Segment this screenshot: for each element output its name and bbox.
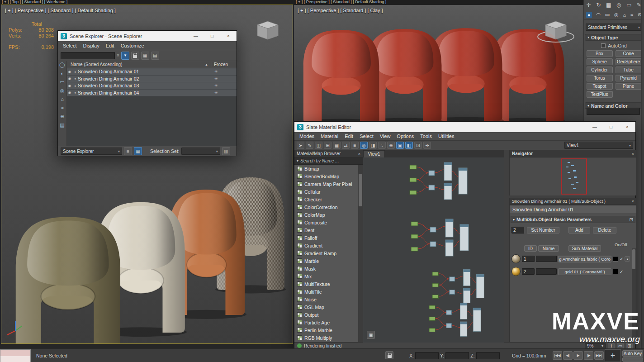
parameter-header[interactable]: Snowden Dining Armchair 01 ( Multi/Sub-O… — [510, 198, 636, 205]
frozen-column-header[interactable]: Frozen — [212, 62, 228, 67]
menu-view[interactable]: View — [377, 133, 394, 140]
filter-shapes-icon[interactable]: ▭ — [60, 79, 64, 85]
geosphere-button[interactable]: GeoSphere — [616, 58, 642, 65]
filter-geometry-icon[interactable]: ◐ — [61, 71, 64, 76]
layer-view-icon[interactable]: ▤ — [151, 52, 159, 60]
delete-button[interactable]: Delete — [593, 227, 616, 233]
map-item[interactable]: Composite — [294, 219, 363, 226]
box-button[interactable]: Box — [587, 50, 613, 57]
clay-armchair-01[interactable] — [302, 30, 381, 121]
filter-funnel-icon[interactable]: ▼ — [121, 52, 129, 60]
utilities-tab-icon[interactable]: ✎ — [637, 2, 641, 8]
delete-node-icon[interactable]: ⊞ — [324, 142, 331, 149]
next-frame-button[interactable]: |▶ — [584, 351, 593, 360]
add-layout-plus-button[interactable]: + — [605, 349, 621, 362]
map-item[interactable]: BlendedBoxMap — [294, 172, 363, 180]
minimize-button[interactable]: — — [188, 31, 204, 41]
scene-object-row[interactable]: ◉ ● Snowden Dining Armchair 04 ✳ — [67, 90, 237, 97]
menu-utilities[interactable]: Utilities — [435, 133, 457, 140]
modify-tab-icon[interactable]: ↻ — [596, 2, 601, 8]
zoom-extents-icon[interactable]: ⊡ — [414, 142, 422, 149]
map-item[interactable]: ColorCorrection — [294, 203, 363, 211]
material-preview-sphere[interactable] — [511, 254, 521, 263]
lock-icon[interactable] — [131, 52, 139, 60]
object-name-field[interactable] — [587, 108, 640, 115]
configure-columns-icon[interactable]: ▦ — [141, 52, 149, 60]
create-tab-icon[interactable]: ✛ — [587, 2, 591, 8]
navigator-map[interactable] — [510, 157, 636, 195]
map-item[interactable]: OSL Map — [294, 303, 363, 311]
lights-category-icon[interactable]: ▭ — [605, 12, 610, 18]
go-to-end-button[interactable]: ▶▶| — [594, 351, 604, 360]
tube-button[interactable]: Tube — [616, 67, 642, 73]
assign-material-icon[interactable]: ▦ — [333, 142, 341, 149]
frozen-snowflake-icon[interactable]: ✳ — [214, 83, 218, 88]
command-panel-tabs[interactable]: ✛ ↻ ▦ ◎ ▭ ✎ — [584, 0, 644, 10]
pan-view-icon[interactable]: ▣ — [367, 331, 375, 339]
active-view-dropdown[interactable]: View1 ▾ — [564, 142, 633, 149]
visibility-eye-icon[interactable]: ◉ — [67, 84, 72, 88]
browser-scrollbar[interactable] — [358, 165, 363, 342]
menu-edit[interactable]: Edit — [103, 42, 118, 49]
previous-frame-button[interactable]: ◀| — [563, 351, 573, 360]
map-item[interactable]: RGB Multiply — [294, 334, 363, 342]
map-item[interactable]: Falloff — [294, 234, 363, 242]
map-item[interactable]: Cellular — [294, 188, 363, 195]
edit-selection-set-icon[interactable]: ▥ — [222, 147, 230, 155]
add-button[interactable]: Add — [568, 227, 590, 233]
maximize-button[interactable]: □ — [603, 122, 619, 132]
go-to-start-button[interactable]: |◀◀ — [553, 351, 562, 360]
play-button[interactable]: ▶ — [573, 351, 583, 360]
object-type-rollout[interactable]: ▾ Object Type — [585, 34, 643, 41]
layout-all-icon[interactable]: ⊕ — [387, 142, 395, 149]
list-view-icon[interactable]: ≡ — [124, 147, 132, 155]
show-background-icon[interactable]: ◨ — [369, 142, 377, 149]
filter-all-icon[interactable]: ◯ — [59, 62, 65, 68]
filter-lights-icon[interactable]: ◎ — [60, 88, 65, 94]
panel-scrollbar[interactable] — [641, 0, 644, 348]
name-column-header[interactable]: Name (Sorted Ascending) — [67, 62, 123, 67]
menu-material[interactable]: Material — [317, 133, 341, 140]
show-shaded-in-viewport-icon[interactable]: ◎ — [360, 142, 368, 149]
scroll-up-icon[interactable]: ▲ — [625, 256, 630, 262]
menu-options[interactable]: Options — [393, 133, 417, 140]
visibility-eye-icon[interactable]: ◉ — [67, 76, 72, 81]
pin-icon[interactable]: ⊡ — [630, 217, 633, 222]
zoom-extents-icon[interactable]: ⊞ — [626, 343, 633, 349]
maxscript-mini-listener[interactable] — [0, 349, 31, 362]
pan-tool-icon[interactable]: ✛ — [423, 142, 431, 149]
close-panel-icon[interactable]: × — [632, 199, 634, 204]
selected-set-button[interactable] — [622, 357, 643, 362]
filter-groups-icon[interactable]: ▤ — [60, 122, 64, 128]
navigator-title[interactable]: Navigator × — [510, 150, 636, 157]
search-input[interactable] — [61, 52, 115, 59]
explorer-selector-dropdown[interactable]: Scene Explorer ▾ — [61, 148, 122, 155]
view-cube[interactable] — [536, 17, 575, 47]
menu-modes[interactable]: Modes — [296, 133, 317, 140]
armchair-01[interactable] — [14, 217, 123, 344]
map-item[interactable]: Noise — [294, 295, 363, 303]
scene-object-row[interactable]: ◉ ● Snowden Dining Armchair 01 ✳ — [67, 68, 237, 76]
filter-spacewarps-icon[interactable]: ⊕ — [60, 114, 64, 119]
scene-explorer-titlebar[interactable]: 3 Scene Explorer - Scene Explorer — □ × — [58, 31, 237, 41]
hierarchy-tab-icon[interactable]: ▦ — [606, 2, 611, 8]
object-name[interactable]: Snowden Dining Armchair 01 — [78, 69, 139, 74]
color-swatch[interactable] — [613, 256, 618, 262]
close-button[interactable]: × — [619, 122, 635, 132]
column-header-row[interactable]: Name (Sorted Ascending) ▲ Frozen — [67, 61, 237, 68]
view-cube[interactable] — [252, 18, 284, 45]
map-item[interactable]: Mix — [294, 272, 363, 280]
put-to-library-icon[interactable]: ⇄ — [342, 142, 350, 149]
minimize-button[interactable]: — — [587, 122, 603, 132]
cylinder-button[interactable]: Cylinder — [587, 67, 613, 73]
hide-unused-slots-icon[interactable]: ◧ — [405, 142, 413, 149]
scene-explorer-window[interactable]: 3 Scene Explorer - Scene Explorer — □ × … — [57, 30, 237, 156]
frozen-snowflake-icon[interactable]: ✳ — [214, 90, 218, 95]
sub-material-column-button[interactable]: Sub-Material — [568, 245, 601, 252]
pan-icon[interactable]: ✛ — [608, 343, 615, 349]
autogrid-checkbox[interactable] — [601, 43, 606, 48]
map-item[interactable]: Perlin Marble — [294, 326, 363, 334]
visibility-eye-icon[interactable]: ◉ — [67, 90, 72, 95]
object-name[interactable]: Snowden Dining Armchair 02 — [78, 76, 139, 81]
params-scrollbar[interactable] — [632, 248, 636, 339]
